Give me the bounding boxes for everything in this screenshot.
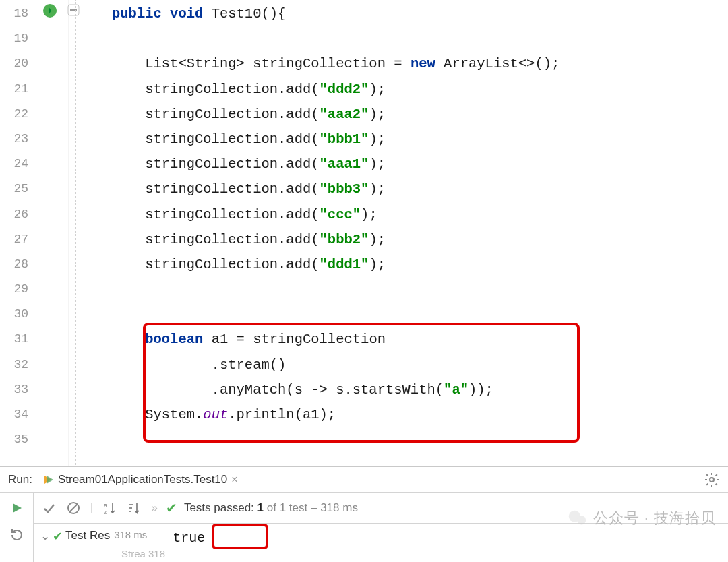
- show-passed-toggle[interactable]: [40, 499, 58, 517]
- console-output: true: [166, 529, 212, 547]
- run-side-toolbar: [0, 493, 34, 562]
- line-number: 21: [0, 77, 35, 102]
- svg-point-5: [710, 478, 714, 482]
- svg-marker-6: [13, 503, 22, 513]
- more-icon[interactable]: »: [151, 501, 157, 515]
- test-results-area: ⌄ ✔ Test Res 318 ms Strea 318 true: [34, 524, 728, 562]
- test-toolbar: | az » ✔ Tests passed: 1 of 1 test – 318…: [34, 493, 728, 524]
- line-number: 25: [0, 177, 35, 201]
- line-number: 23: [0, 127, 35, 152]
- check-icon: ✔: [53, 529, 63, 544]
- line-number: 32: [0, 352, 35, 377]
- line-number: 31: [0, 327, 35, 352]
- line-number: 22: [0, 102, 35, 127]
- gutter-markers: [35, 0, 69, 466]
- line-number: 26: [0, 202, 35, 227]
- test-tree-node[interactable]: Test Res: [65, 529, 110, 542]
- line-number: 35: [0, 427, 35, 452]
- tests-passed-status: Tests passed: 1 of 1 test – 318 ms: [184, 501, 358, 515]
- line-number: 33: [0, 377, 35, 402]
- run-tool-window: Run: Stream01ApplicationTests.Test10 ×: [0, 466, 728, 562]
- svg-marker-4: [47, 476, 53, 484]
- run-tab-title[interactable]: Stream01ApplicationTests.Test10: [58, 473, 227, 487]
- line-number: 19: [0, 26, 35, 51]
- line-number: 27: [0, 227, 35, 252]
- line-number: 20: [0, 51, 35, 76]
- svg-text:a: a: [104, 502, 107, 509]
- indent-guides: [69, 0, 112, 466]
- close-tab-icon[interactable]: ×: [231, 474, 237, 486]
- run-test-gutter-icon[interactable]: [42, 3, 58, 19]
- toggle-auto-test-button[interactable]: [8, 526, 26, 544]
- sort-by-duration-button[interactable]: [125, 499, 143, 517]
- test-tree-child[interactable]: Strea 318: [121, 548, 165, 559]
- line-number: 18: [0, 1, 35, 26]
- line-number: 29: [0, 277, 35, 302]
- highlight-annotation-box: [143, 323, 580, 443]
- chevron-down-icon[interactable]: ⌄: [40, 529, 50, 543]
- test-duration: 318 ms: [114, 529, 147, 540]
- run-label: Run:: [8, 473, 32, 487]
- sort-alphabetically-button[interactable]: az: [101, 499, 119, 517]
- run-header: Run: Stream01ApplicationTests.Test10 ×: [0, 467, 728, 493]
- svg-line-8: [69, 504, 78, 512]
- line-number: 28: [0, 252, 35, 277]
- show-ignored-toggle[interactable]: [65, 499, 82, 517]
- keyword: public void: [112, 6, 203, 22]
- code-editor[interactable]: 181920212223242526272829303132333435 pub…: [0, 0, 728, 466]
- line-number: 34: [0, 402, 35, 427]
- line-number: 30: [0, 302, 35, 327]
- line-number: 24: [0, 152, 35, 177]
- test-config-icon: [42, 474, 54, 486]
- highlight-annotation-box: [212, 524, 268, 549]
- svg-text:z: z: [104, 509, 107, 516]
- rerun-button[interactable]: [8, 499, 26, 517]
- line-number-gutter: 181920212223242526272829303132333435: [0, 0, 35, 466]
- check-icon: ✔: [166, 500, 177, 516]
- gear-icon[interactable]: [704, 472, 720, 488]
